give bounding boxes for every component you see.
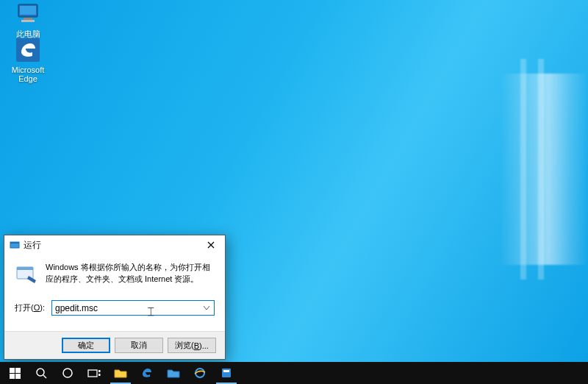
start-button[interactable] — [1, 362, 28, 384]
desktop-icon-edge[interactable]: Microsoft Edge — [1, 37, 54, 83]
browse-button[interactable]: 浏览(B)... — [168, 338, 216, 353]
chevron-down-icon[interactable] — [201, 301, 212, 315]
svg-point-15 — [196, 369, 204, 377]
run-dialog-body: Windows 将根据你所输入的名称，为你打开相应的程序、文件夹、文档或 Int… — [4, 255, 225, 320]
svg-rect-14 — [98, 374, 101, 376]
taskbar-explorer-window[interactable] — [160, 362, 187, 384]
taskbar — [0, 362, 588, 384]
open-combobox[interactable]: ⌶ — [51, 300, 215, 316]
taskbar-search-button[interactable] — [28, 362, 54, 384]
taskbar-cortana-button[interactable] — [54, 362, 81, 384]
svg-rect-1 — [20, 6, 36, 15]
cortana-circle-icon — [62, 367, 74, 379]
edge-icon — [140, 366, 154, 380]
run-dialog: 运行 Windows 将根据你所输入的名称，为你打开相应的程序、文件夹、文档或 … — [4, 235, 226, 360]
ie-icon — [193, 366, 207, 380]
svg-rect-12 — [88, 370, 97, 377]
taskbar-task-view-button[interactable] — [81, 362, 107, 384]
run-dialog-titlebar[interactable]: 运行 — [4, 235, 225, 255]
folder-icon — [114, 368, 127, 378]
search-icon — [35, 367, 47, 379]
close-icon — [207, 241, 215, 249]
run-dialog-button-row: 确定 取消 浏览(B)... — [4, 331, 225, 359]
run-description: Windows 将根据你所输入的名称，为你打开相应的程序、文件夹、文档或 Int… — [46, 262, 215, 285]
svg-point-11 — [63, 369, 72, 377]
svg-rect-8 — [17, 267, 33, 270]
taskbar-file-explorer[interactable] — [107, 362, 134, 384]
svg-rect-16 — [222, 369, 231, 377]
run-dialog-icon — [9, 239, 21, 251]
taskbar-edge[interactable] — [134, 362, 160, 384]
ok-button[interactable]: 确定 — [62, 338, 110, 353]
desktop-icon-this-pc[interactable]: 此电脑 — [1, 0, 54, 40]
run-dialog-title: 运行 — [21, 239, 198, 252]
svg-rect-13 — [98, 370, 101, 372]
open-input[interactable] — [52, 301, 214, 315]
run-program-icon — [15, 262, 38, 285]
svg-rect-3 — [21, 20, 35, 22]
app-icon — [220, 367, 232, 379]
svg-line-10 — [43, 375, 46, 378]
desktop-icon-label: Microsoft Edge — [1, 65, 54, 83]
this-pc-icon — [15, 0, 41, 26]
windows-logo-icon — [10, 368, 21, 379]
svg-point-9 — [37, 369, 44, 376]
svg-rect-6 — [10, 242, 19, 243]
folder-icon — [167, 368, 180, 378]
wallpaper-light-beam — [500, 74, 588, 265]
task-view-icon — [87, 368, 101, 378]
edge-icon — [15, 37, 41, 63]
desktop[interactable]: 此电脑 Microsoft Edge 运行 — [0, 0, 588, 384]
svg-rect-17 — [223, 370, 229, 372]
cancel-button[interactable]: 取消 — [115, 338, 163, 353]
svg-rect-2 — [24, 18, 32, 20]
close-button[interactable] — [198, 237, 223, 253]
taskbar-ie[interactable] — [187, 362, 213, 384]
svg-rect-4 — [16, 38, 40, 62]
taskbar-running-app[interactable] — [213, 362, 240, 384]
open-label: 打开(O): — [15, 302, 51, 313]
